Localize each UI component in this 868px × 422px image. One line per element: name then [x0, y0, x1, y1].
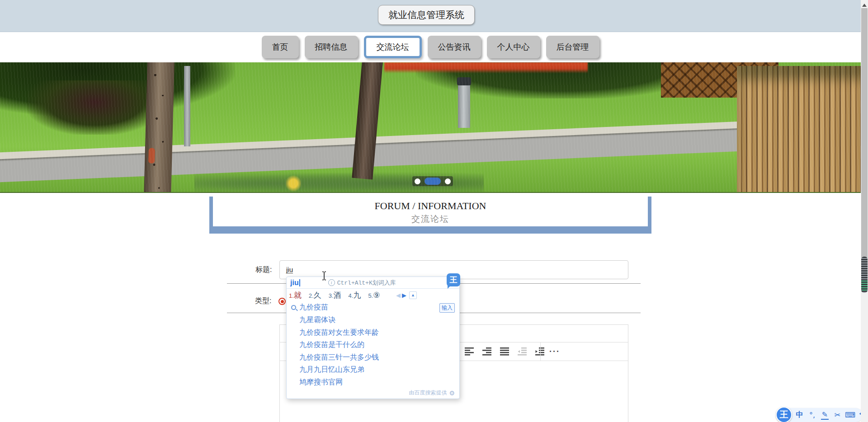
title-field-label: 标题: — [255, 265, 272, 275]
ime-footer-text: 由百度搜索提供 — [409, 389, 447, 397]
scrollbar[interactable] — [861, 0, 868, 422]
section-header: FORUM / INFORMATION 交流论坛 — [209, 197, 651, 234]
ime-candidate-5[interactable]: 5.⑨ — [368, 291, 380, 300]
page: 就业信息管理系统 首页招聘信息交流论坛公告资讯个人中心后台管理 FORUM / … — [0, 0, 868, 422]
ime-search-row[interactable]: 九价疫苗 输入 — [287, 301, 459, 314]
handwriting-icon[interactable]: ✎ — [821, 411, 829, 420]
align-justify-icon[interactable] — [498, 345, 511, 358]
carousel-indicators — [412, 176, 453, 186]
banner-pole — [184, 66, 190, 146]
ime-suggestion-1[interactable]: 九星霸体诀 — [299, 314, 459, 326]
ime-composition-row: jiu Ctrl+Alt+K划词入库 王 — [287, 277, 459, 289]
ime-suggestion-3[interactable]: 九价疫苗是干什么的 — [299, 338, 459, 351]
ime-candidates-row: 1.就2.久3.酒4.九5.⑨◀▶▲ — [287, 289, 459, 301]
type-radio-selected[interactable] — [278, 298, 286, 305]
type-field-label: 类型: — [255, 296, 271, 306]
banner-bushes — [194, 172, 484, 193]
scroll-marker-widget[interactable] — [861, 257, 868, 293]
banner-image — [0, 62, 868, 193]
chinese-mode-icon[interactable]: 中 — [796, 410, 803, 420]
ime-suggestion-6[interactable]: 鸠摩搜书官网 — [299, 376, 459, 389]
ime-logo-badge[interactable]: 王 — [447, 273, 460, 286]
banner-tree-trunk — [352, 62, 383, 179]
search-icon — [291, 305, 296, 310]
nav-button-4[interactable]: 公告资讯 — [428, 36, 481, 58]
section-title-en: FORUM / INFORMATION — [213, 200, 648, 212]
editor-toolbar-icons — [462, 342, 547, 361]
info-icon — [328, 279, 335, 286]
banner-foliage — [27, 80, 163, 135]
app-title[interactable]: 就业信息管理系统 — [378, 5, 475, 25]
main-nav: 首页招聘信息交流论坛公告资讯个人中心后台管理 — [0, 36, 861, 58]
banner-foliage — [416, 62, 705, 98]
gear-icon[interactable]: ⚙ — [449, 389, 455, 397]
banner-flowers — [384, 62, 588, 73]
banner-flower-spot — [286, 174, 301, 192]
banner-foliage — [0, 62, 235, 117]
banner-fence-lattice — [661, 62, 778, 98]
ime-status-bar: 王 中°,✎✂⌨⚙ — [778, 408, 863, 422]
scrollbar-thumb[interactable] — [861, 8, 868, 267]
ime-caret — [299, 279, 300, 286]
keyboard-icon[interactable]: ⌨ — [846, 410, 854, 420]
prev-page-icon[interactable]: ◀ — [396, 292, 401, 299]
ime-status-icons: 中°,✎✂⌨⚙ — [796, 408, 868, 422]
ime-candidate-1[interactable]: 1.就 — [289, 290, 302, 300]
nav-button-2[interactable]: 招聘信息 — [305, 36, 358, 58]
toolbar-divider — [540, 342, 541, 361]
ime-logo[interactable]: 王 — [776, 407, 792, 422]
scissors-icon[interactable]: ✂ — [834, 410, 841, 420]
nav-button-3[interactable]: 交流论坛 — [364, 36, 422, 58]
ime-shortcut-hint: Ctrl+Alt+K划词入库 — [328, 279, 396, 287]
align-left-icon[interactable] — [462, 345, 476, 358]
ime-composition-text: jiu — [290, 279, 299, 287]
nav-button-1[interactable]: 首页 — [262, 36, 299, 58]
carousel-dot-2[interactable] — [425, 178, 441, 185]
banner-tree-trunk — [144, 62, 175, 193]
ime-enter-button[interactable]: 输入 — [439, 303, 455, 313]
ime-suggestion-4[interactable]: 九价疫苗三针一共多少钱 — [299, 351, 459, 364]
carousel-dot-3[interactable] — [445, 178, 451, 184]
ime-candidate-popup: jiu Ctrl+Alt+K划词入库 王 1.就2.久3.酒4.九5.⑨◀▶▲ … — [286, 277, 460, 399]
ime-candidate-4[interactable]: 4.九 — [349, 290, 361, 300]
next-page-icon[interactable]: ▶ — [402, 292, 406, 299]
banner-bollard-light — [458, 83, 470, 128]
ime-search-text[interactable]: 九价疫苗 — [299, 303, 328, 312]
ime-suggestion-5[interactable]: 九月九日忆山东兄弟 — [299, 363, 459, 376]
section-title-zh: 交流论坛 — [213, 213, 648, 225]
banner-path — [0, 121, 868, 183]
scrollbar-up-arrow[interactable] — [862, 1, 867, 7]
top-bar: 就业信息管理系统 — [0, 0, 861, 32]
page-up-icon[interactable]: ▲ — [409, 291, 417, 299]
ime-suggestion-2[interactable]: 九价疫苗对女生要求年龄 — [299, 326, 459, 339]
nav-button-5[interactable]: 个人中心 — [487, 36, 540, 58]
banner-fence-bamboo — [737, 66, 868, 193]
align-right-icon[interactable] — [480, 345, 494, 358]
ime-candidate-2[interactable]: 2.久 — [309, 290, 321, 300]
toolbar-more-button[interactable]: ··· — [545, 342, 565, 361]
ime-suggestion-list: 九星霸体诀九价疫苗对女生要求年龄九价疫苗是干什么的九价疫苗三针一共多少钱九月九日… — [287, 314, 459, 388]
nav-button-6[interactable]: 后台管理 — [546, 36, 599, 58]
text-cursor — [321, 271, 327, 282]
nav-band: 首页招聘信息交流论坛公告资讯个人中心后台管理 — [0, 32, 861, 62]
outdent-icon[interactable] — [515, 345, 529, 358]
carousel-dot-1[interactable] — [415, 178, 420, 184]
app-title-label: 就业信息管理系统 — [388, 9, 464, 21]
ime-candidate-3[interactable]: 3.酒 — [329, 290, 341, 300]
punctuation-icon[interactable]: °, — [808, 410, 816, 420]
title-input-value: jiu — [286, 266, 293, 273]
banner-curb — [0, 114, 868, 160]
ime-popup-footer: 由百度搜索提供 ⚙ — [409, 389, 455, 397]
